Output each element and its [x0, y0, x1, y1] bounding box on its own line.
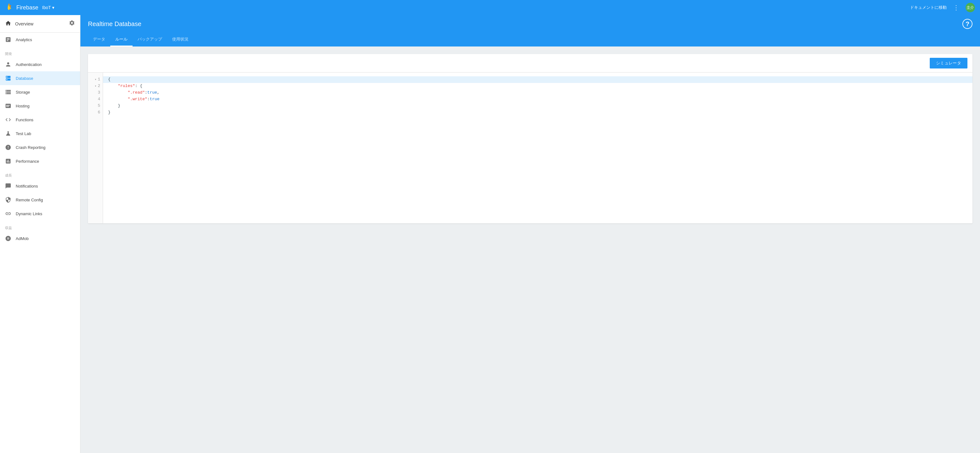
avatar-initials: 圭介: [966, 5, 974, 10]
line-num-6: 6: [91, 109, 100, 116]
tab-backup-label: バックアップ: [138, 37, 162, 42]
remoteconfig-label: Remote Config: [16, 198, 43, 202]
database-icon: [5, 75, 11, 81]
sidebar-item-testlab[interactable]: Test Lab: [0, 127, 80, 140]
more-options-icon[interactable]: ⋮: [953, 5, 959, 11]
fold-arrow-2: ▾: [95, 84, 96, 89]
remoteconfig-icon: [5, 197, 11, 203]
dynamiclinks-label: Dynamic Links: [16, 211, 42, 216]
sidebar-item-dynamiclinks[interactable]: Dynamic Links: [0, 207, 80, 221]
line-num-2: ▾ 2: [91, 83, 100, 89]
code-content[interactable]: { "rules": { ".read": true, ".write": tr…: [103, 73, 972, 223]
tab-usage[interactable]: 使用状況: [167, 33, 194, 46]
grow-section-label: 成長: [0, 168, 80, 179]
code-line-5: }: [108, 103, 967, 109]
sidebar-top: Overview: [0, 15, 80, 33]
code-line-1: {: [103, 76, 972, 83]
settings-icon[interactable]: [69, 20, 75, 28]
firebase-logo-icon: [5, 3, 14, 12]
docs-link[interactable]: ドキュメントに移動: [910, 5, 947, 10]
content-tabs: データ ルール バックアップ 使用状況: [88, 33, 972, 46]
storage-icon: [5, 89, 11, 95]
project-name: IboT: [42, 5, 51, 10]
hosting-icon: [5, 103, 11, 109]
earn-section-label: 収益: [0, 221, 80, 232]
sidebar-item-storage[interactable]: Storage: [0, 85, 80, 99]
tab-usage-label: 使用状況: [172, 37, 188, 42]
code-line-4: ".write": true: [108, 96, 967, 103]
tab-rules-label: ルール: [115, 37, 127, 42]
performance-icon: [5, 158, 11, 164]
line-numbers: ▾ 1 ▾ 2 3 4: [88, 73, 103, 223]
crash-icon: [5, 144, 11, 151]
analytics-label: Analytics: [16, 37, 32, 42]
testlab-label: Test Lab: [16, 131, 31, 136]
line-num-3: 3: [91, 89, 100, 96]
project-dropdown-icon: ▾: [52, 5, 54, 10]
sidebar-item-analytics[interactable]: Analytics: [0, 33, 80, 46]
user-avatar[interactable]: 圭介: [966, 3, 975, 12]
code-line-2: "rules": {: [108, 83, 967, 89]
notifications-icon: [5, 183, 11, 189]
sidebar-item-authentication[interactable]: Authentication: [0, 57, 80, 71]
auth-icon: [5, 61, 11, 68]
functions-icon: [5, 116, 11, 123]
auth-label: Authentication: [16, 62, 41, 67]
notifications-label: Notifications: [16, 184, 38, 189]
testlab-icon: [5, 130, 11, 137]
hosting-label: Hosting: [16, 104, 30, 108]
code-line-3: ".read": true,: [108, 89, 967, 96]
topbar: Firebase IboT ▾ ドキュメントに移動 ⋮ 圭介: [0, 0, 980, 15]
database-label: Database: [16, 76, 33, 81]
line-num-4: 4: [91, 96, 100, 103]
tab-data-label: データ: [93, 37, 105, 42]
analytics-icon: [5, 37, 11, 43]
line-num-5: 5: [91, 103, 100, 109]
admob-icon: [5, 235, 11, 242]
sidebar-item-database[interactable]: Database: [0, 71, 80, 85]
tab-data[interactable]: データ: [88, 33, 110, 46]
project-selector[interactable]: IboT ▾: [42, 5, 54, 10]
code-editor[interactable]: ▾ 1 ▾ 2 3 4: [88, 73, 972, 223]
develop-section-label: 開発: [0, 46, 80, 57]
sidebar: Overview Analytics 開発 Authentication: [0, 15, 80, 453]
topbar-right: ドキュメントに移動 ⋮ 圭介: [910, 3, 975, 12]
performance-label: Performance: [16, 159, 39, 164]
home-icon: [5, 20, 11, 27]
sidebar-item-remoteconfig[interactable]: Remote Config: [0, 193, 80, 207]
sidebar-item-admob[interactable]: AdMob: [0, 232, 80, 245]
dynamiclinks-icon: [5, 210, 11, 217]
crash-label: Crash Reporting: [16, 145, 46, 150]
content-body: シミュレータ ▾ 1 ▾ 2 3: [80, 46, 980, 453]
code-line-6: }: [108, 109, 967, 116]
storage-label: Storage: [16, 90, 30, 95]
functions-label: Functions: [16, 118, 33, 122]
sidebar-item-performance[interactable]: Performance: [0, 154, 80, 168]
admob-label: AdMob: [16, 236, 29, 241]
app-name: Firebase: [16, 5, 38, 11]
line-num-1: ▾ 1: [91, 76, 100, 83]
sidebar-item-functions[interactable]: Functions: [0, 113, 80, 127]
tab-rules[interactable]: ルール: [110, 33, 132, 46]
overview-label: Overview: [15, 21, 33, 26]
tab-backup[interactable]: バックアップ: [132, 33, 167, 46]
help-icon[interactable]: ?: [963, 19, 972, 29]
sidebar-item-hosting[interactable]: Hosting: [0, 99, 80, 113]
main-layout: Overview Analytics 開発 Authentication: [0, 15, 980, 453]
sidebar-item-overview[interactable]: Overview: [5, 20, 69, 27]
content-header: Realtime Database ? データ ルール バックアップ 使用状況: [80, 15, 980, 46]
editor-card: シミュレータ ▾ 1 ▾ 2 3: [88, 54, 972, 223]
simulate-button[interactable]: シミュレータ: [930, 58, 967, 68]
content-area: Realtime Database ? データ ルール バックアップ 使用状況: [80, 15, 980, 453]
editor-toolbar: シミュレータ: [88, 54, 972, 73]
sidebar-item-notifications[interactable]: Notifications: [0, 179, 80, 193]
sidebar-item-crash[interactable]: Crash Reporting: [0, 140, 80, 154]
app-logo[interactable]: Firebase: [5, 3, 38, 12]
fold-arrow-1: ▾: [95, 77, 96, 82]
content-header-top: Realtime Database ?: [88, 15, 972, 33]
page-title: Realtime Database: [88, 21, 142, 28]
